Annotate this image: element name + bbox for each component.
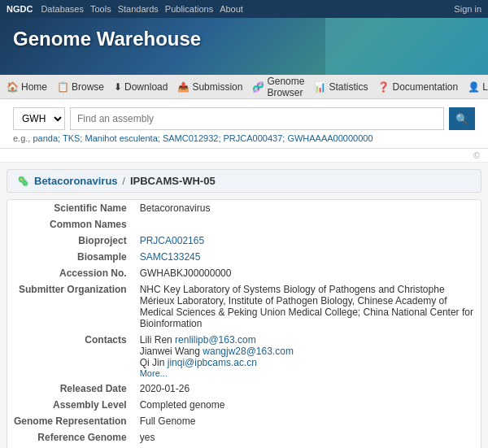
search-type-select[interactable]: GWH (13, 107, 65, 130)
label-scientific-name: Scientific Name (7, 200, 133, 216)
site-title: Genome Warehouse (13, 28, 475, 50)
label-contacts: Contacts (7, 332, 133, 381)
breadcrumb-separator: / (123, 176, 125, 187)
label-bioproject: Bioproject (7, 233, 133, 249)
contact-3: Qi Jin jinqi@ipbcams.ac.cn (140, 357, 474, 368)
value-contacts: Lili Ren renlilipb@163.com Jianwei Wang … (133, 332, 481, 381)
main-navbar: 🏠 Home 📋 Browse ⬇ Download 📤 Submission … (0, 75, 488, 99)
value-biosample: SAMC133245 (133, 249, 481, 265)
edit-icon: © (473, 150, 480, 160)
contact-2-email[interactable]: wangjw28@163.com (203, 346, 294, 357)
nav-about[interactable]: About (220, 4, 243, 14)
example-prjca[interactable]: PRJCA000437; (224, 133, 285, 143)
biosample-link[interactable]: SAMC133245 (140, 251, 201, 263)
value-released-date: 2020-01-26 (133, 381, 481, 397)
example-panda[interactable]: panda; TKS; (33, 133, 82, 143)
record-detail-table: Scientific Name Betacoronavirus Common N… (7, 200, 481, 448)
contact-3-email[interactable]: jinqi@ipbcams.ac.cn (168, 357, 257, 368)
nav-download[interactable]: ⬇ Download (114, 81, 168, 93)
label-released-date: Released Date (7, 381, 133, 397)
label-common-names: Common Names (7, 216, 133, 233)
label-biosample: Biosample (7, 249, 133, 265)
field-biosample: Biosample SAMC133245 (7, 249, 481, 265)
field-genome-representation: Genome Representation Full Genome (7, 413, 481, 429)
example-manihot[interactable]: Manihot esculenta; (85, 133, 159, 143)
search-section: GWH 🔍 e.g., panda; TKS; Manihot esculent… (0, 99, 488, 149)
search-examples: e.g., panda; TKS; Manihot esculenta; SAM… (13, 133, 475, 143)
virus-icon: 🦠 (17, 176, 29, 187)
contact-1-email[interactable]: renlilipb@163.com (175, 334, 256, 346)
field-bioproject: Bioproject PRJCA002165 (7, 233, 481, 249)
value-scientific-name: Betacoronavirus (133, 200, 481, 216)
nav-standards[interactable]: Standards (118, 4, 159, 14)
nav-browse[interactable]: 📋 Browse (57, 81, 104, 93)
field-submitter-org: Submitter Organization NHC Key Laborator… (7, 281, 481, 332)
search-button[interactable]: 🔍 (449, 107, 475, 130)
value-reference-genome: yes (133, 429, 481, 446)
contact-1: Lili Ren renlilipb@163.com (140, 334, 474, 346)
label-reference-genome: Reference Genome (7, 429, 133, 446)
nav-publications[interactable]: Publications (165, 4, 213, 14)
hero-banner: Genome Warehouse (0, 18, 488, 75)
bioproject-link[interactable]: PRJCA002165 (140, 235, 204, 246)
label-submitter-org: Submitter Organization (7, 281, 133, 332)
nav-databases[interactable]: Databases (41, 4, 84, 14)
example-gwhaaaa[interactable]: GWHAAAA00000000 (287, 133, 373, 143)
label-assembly-level: Assembly Level (7, 397, 133, 413)
more-contacts-link[interactable]: More... (140, 368, 474, 378)
field-contacts: Contacts Lili Ren renlilipb@163.com Jian… (7, 332, 481, 381)
label-genome-representation: Genome Representation (7, 413, 133, 429)
record-detail-section: Scientific Name Betacoronavirus Common N… (7, 199, 481, 448)
label-accession: Accession No. (7, 265, 133, 281)
ngdc-logo: NGDC (7, 4, 33, 14)
nav-home[interactable]: 🏠 Home (7, 81, 47, 93)
top-navbar: NGDC Databases Tools Standards Publicati… (0, 0, 488, 18)
field-common-names: Common Names (7, 216, 481, 233)
search-input[interactable] (70, 107, 444, 130)
value-bioproject: PRJCA002165 (133, 233, 481, 249)
example-samc[interactable]: SAMC012932; (163, 133, 221, 143)
field-scientific-name: Scientific Name Betacoronavirus (7, 200, 481, 216)
field-released-date: Released Date 2020-01-26 (7, 381, 481, 397)
nav-login[interactable]: 👤 Login (468, 76, 488, 98)
value-accession: GWHABKJ00000000 (133, 265, 481, 281)
breadcrumb-parent[interactable]: Betacoronavirus (34, 175, 118, 187)
record-breadcrumb: 🦠 Betacoronavirus / IPBCAMS-WH-05 (7, 169, 481, 193)
value-common-names (133, 216, 481, 233)
field-accession: Accession No. GWHABKJ00000000 (7, 265, 481, 281)
value-genome-representation: Full Genome (133, 413, 481, 429)
signin-link[interactable]: Sign in (454, 4, 481, 14)
field-reference-genome: Reference Genome yes (7, 429, 481, 446)
value-submitter-org: NHC Key Laboratory of Systems Biology of… (133, 281, 481, 332)
contact-2: Jianwei Wang wangjw28@163.com (140, 346, 474, 357)
nav-documentation[interactable]: ❓ Documentation (377, 81, 458, 93)
nav-submission[interactable]: 📤 Submission (177, 81, 242, 93)
value-assembly-level: Completed genome (133, 397, 481, 413)
nav-statistics[interactable]: 📊 Statistics (314, 81, 368, 93)
breadcrumb-current: IPBCAMS-WH-05 (130, 175, 216, 187)
nav-genome-browser[interactable]: 🧬 Genome Browser (252, 76, 304, 98)
nav-tools[interactable]: Tools (90, 4, 111, 14)
field-assembly-level: Assembly Level Completed genome (7, 397, 481, 413)
